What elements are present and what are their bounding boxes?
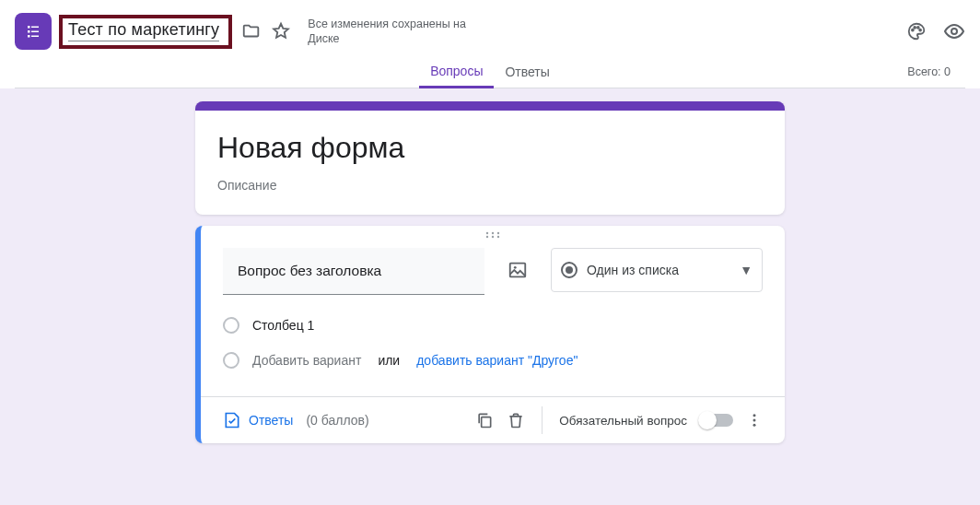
answer-key-label: Ответы [249, 413, 293, 428]
question-card[interactable]: Один из списка ▼ Столбец 1 Добавить вари… [195, 226, 785, 443]
svg-point-15 [486, 236, 488, 238]
footer-actions: Обязательный вопрос [475, 406, 763, 434]
svg-point-9 [917, 27, 919, 29]
or-text: или [378, 353, 400, 368]
svg-point-12 [486, 232, 488, 234]
form-name-input[interactable]: Тест по маркетингу [68, 20, 219, 41]
option-radio-icon [223, 352, 239, 369]
forms-logo[interactable] [15, 13, 52, 50]
svg-point-19 [514, 266, 517, 269]
preview-icon[interactable] [943, 20, 965, 42]
required-toggle[interactable] [700, 414, 733, 427]
add-option-row: Добавить вариант или добавить вариант "Д… [223, 352, 763, 369]
drag-handle-icon[interactable] [201, 226, 785, 244]
svg-rect-3 [28, 30, 30, 33]
answer-key-button[interactable]: Ответы [223, 411, 293, 429]
star-icon[interactable] [271, 21, 291, 41]
totals-label: Всего: 0 [907, 65, 951, 78]
required-label: Обязательный вопрос [559, 414, 687, 428]
question-type-select[interactable]: Один из списка ▼ [551, 248, 763, 292]
svg-rect-6 [31, 36, 39, 38]
svg-rect-5 [28, 35, 30, 38]
folder-icon[interactable] [241, 21, 262, 41]
tab-questions[interactable]: Вопросы [419, 56, 494, 88]
svg-point-17 [497, 236, 499, 238]
app-header: Тест по маркетингу Все изменения сохране… [0, 0, 980, 88]
svg-rect-4 [31, 31, 39, 33]
chevron-down-icon: ▼ [740, 263, 752, 277]
question-footer: Ответы (0 баллов) Обязательный вопрос [201, 396, 785, 443]
tabs: Вопросы Ответы Всего: 0 [15, 55, 965, 88]
svg-rect-2 [31, 27, 39, 29]
add-other-button[interactable]: добавить вариант "Другое" [416, 353, 578, 368]
svg-point-23 [753, 424, 756, 427]
svg-point-13 [492, 232, 494, 234]
form-title-card[interactable]: Новая форма Описание [195, 101, 785, 215]
question-title-input[interactable] [223, 248, 484, 295]
svg-point-21 [753, 414, 756, 417]
header-actions [906, 20, 965, 42]
svg-point-8 [914, 27, 916, 29]
form-description[interactable]: Описание [217, 178, 763, 193]
more-icon[interactable] [746, 412, 763, 429]
svg-point-16 [492, 236, 494, 238]
svg-rect-20 [482, 417, 491, 428]
svg-point-22 [753, 419, 756, 422]
title-highlight-box: Тест по маркетингу [59, 15, 232, 49]
question-body: Один из списка ▼ Столбец 1 Добавить вари… [201, 244, 785, 396]
save-status: Все изменения сохранены на Диске [308, 17, 473, 47]
radio-icon [561, 262, 578, 278]
svg-point-7 [912, 29, 914, 31]
question-type-label: Один из списка [587, 263, 679, 277]
options-list: Столбец 1 Добавить вариант или добавить … [223, 317, 763, 369]
svg-point-10 [919, 29, 921, 31]
form-title[interactable]: Новая форма [217, 131, 763, 165]
duplicate-icon[interactable] [475, 411, 494, 429]
option-row[interactable]: Столбец 1 [223, 317, 763, 334]
svg-rect-1 [28, 26, 30, 29]
question-top-row: Один из списка ▼ [223, 248, 763, 295]
tab-responses[interactable]: Ответы [494, 55, 560, 88]
option-label[interactable]: Столбец 1 [252, 318, 314, 333]
header-top-row: Тест по маркетингу Все изменения сохране… [15, 7, 965, 55]
option-radio-icon [223, 317, 239, 334]
svg-point-11 [951, 29, 957, 34]
divider [542, 406, 542, 434]
add-option-button[interactable]: Добавить вариант [252, 353, 361, 368]
image-icon[interactable] [499, 248, 536, 292]
title-area: Тест по маркетингу Все изменения сохране… [59, 15, 473, 49]
points-label: (0 баллов) [306, 413, 368, 428]
palette-icon[interactable] [906, 21, 927, 41]
svg-point-14 [497, 232, 499, 234]
form-canvas: Новая форма Описание Один из списка ▼ [0, 88, 980, 454]
delete-icon[interactable] [507, 411, 525, 429]
